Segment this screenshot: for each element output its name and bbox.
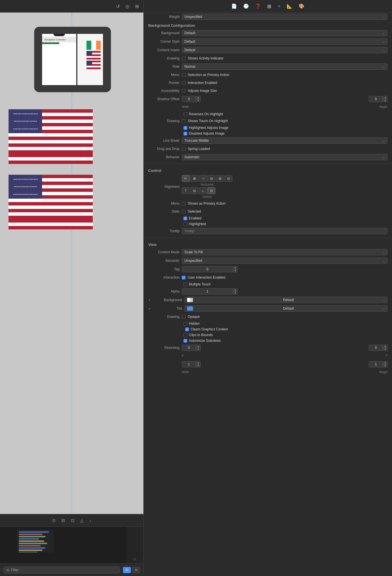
tag-down[interactable]: ▼ <box>233 269 238 272</box>
disabled-adjusts-checkbox[interactable]: ✓ <box>183 132 187 135</box>
semantic-dropdown[interactable]: Unspecified ⌄ <box>182 258 387 264</box>
background-plus-btn[interactable]: + <box>148 298 153 302</box>
target-icon[interactable]: ◎ <box>125 4 129 9</box>
behavior-dropdown[interactable]: Automatic ⌄ <box>182 154 387 160</box>
align-top-btn[interactable]: ⊤ <box>182 187 190 194</box>
selection-primary-checkbox[interactable] <box>182 73 185 77</box>
highlighted-adjusts-checkbox[interactable]: ✓ <box>183 126 187 130</box>
weight-dropdown[interactable]: Unspecified ⌄ <box>182 14 387 20</box>
align-bottom-btn[interactable]: ⊥ <box>199 187 207 194</box>
shadow-y-up[interactable]: ▲ <box>383 96 387 99</box>
reverses-highlight-checkbox[interactable] <box>183 112 187 116</box>
us-flag-2: ★★★★★★ ★★★★★ ★★★★★★ ★★★★★ ★★★★★★ ★★★★★ ★… <box>9 175 93 229</box>
stretch-w-up[interactable]: ▲ <box>196 361 201 364</box>
view-header: View <box>144 240 392 248</box>
drag-drop-row: Drag and Drop Spring Loaded <box>144 145 392 153</box>
tag-row: Tag 0 ▲ ▼ <box>144 265 392 273</box>
role-dropdown[interactable]: Normal ⌄ <box>182 63 387 70</box>
activity-indicator-checkbox[interactable] <box>182 57 185 60</box>
align-fill-v-btn[interactable]: ⊡ <box>207 187 215 194</box>
interaction-enabled-checkbox[interactable] <box>182 81 185 85</box>
shadow-y-down[interactable]: ▼ <box>383 99 387 102</box>
tag-up[interactable]: ▲ <box>233 266 238 269</box>
stretch-w-down[interactable]: ▼ <box>196 364 201 367</box>
inspector-toolbar: 📄 🕐 ❓ ▦ ≡ 📐 🎨 <box>144 0 392 13</box>
stretch-x-value[interactable]: 0 <box>182 345 196 351</box>
shows-primary-action-checkbox[interactable] <box>182 202 185 205</box>
tooltip-input[interactable]: Tooltip <box>182 228 387 234</box>
align-right-btn[interactable]: ⊣ <box>199 175 207 182</box>
alpha-value[interactable]: 1 <box>182 288 233 295</box>
align-fill-h-btn[interactable]: ⊟ <box>207 175 215 182</box>
align-trailing-btn[interactable]: ⊡ <box>224 175 232 182</box>
stretch-h-value[interactable]: 1 <box>369 361 383 367</box>
warning-icon[interactable]: △ <box>80 518 84 523</box>
behavior-row: Behavior Automatic ⌄ <box>144 153 392 161</box>
stretch-x-up[interactable]: ▲ <box>196 345 201 348</box>
size-icon[interactable]: 📐 <box>286 2 294 10</box>
expand-icon[interactable]: ⊡ <box>133 557 136 561</box>
multiple-touch-checkbox[interactable] <box>183 283 187 286</box>
user-interaction-checkbox[interactable]: ✓ <box>182 276 185 279</box>
highlighted-checkbox[interactable] <box>183 222 187 226</box>
enabled-checkbox[interactable]: ✓ <box>183 217 187 220</box>
shadow-x-value[interactable]: 0 <box>182 96 196 102</box>
stretch-y-up[interactable]: ▲ <box>383 345 387 348</box>
attributes-icon[interactable]: ≡ <box>277 3 281 10</box>
target-icon[interactable]: ⊙ <box>52 518 56 523</box>
adjusts-image-size-checkbox[interactable] <box>182 89 185 93</box>
tint-plus-btn[interactable]: + <box>148 306 153 311</box>
theme-icon[interactable]: 🎨 <box>298 2 306 10</box>
history-icon[interactable]: 🕐 <box>242 2 250 10</box>
help-icon[interactable]: ❓ <box>254 2 262 10</box>
align-vcenter-btn[interactable]: ⊟ <box>190 187 198 194</box>
opaque-checkbox[interactable] <box>182 315 185 319</box>
tint-dropdown[interactable]: Default ⌄ <box>184 305 387 312</box>
toggle-list-btn[interactable]: ⊡ <box>123 567 131 573</box>
align-icon[interactable]: ⊟ <box>61 518 65 523</box>
layout-icon[interactable]: ⊞ <box>135 4 139 9</box>
stretch-x-down[interactable]: ▼ <box>196 348 201 351</box>
stretch-w-value[interactable]: 1 <box>182 361 196 367</box>
align-leading-btn[interactable]: ⊞ <box>216 175 224 182</box>
alpha-up[interactable]: ▲ <box>233 288 238 291</box>
shadow-x-up[interactable]: ▲ <box>196 96 201 99</box>
corner-style-dropdown[interactable]: Default ⌄ <box>182 38 387 45</box>
stretch-h-down[interactable]: ▼ <box>383 364 387 367</box>
align-left-btn[interactable]: ⊢ <box>182 175 190 182</box>
bottom-toolbar: ⊙ ⊟ ⊡ △ ↓ <box>0 514 143 526</box>
accessibility-row: Accessibility Adjusts Image Size <box>144 87 392 95</box>
left-panel: ↺ ◎ ⊞ Navigation Controller <box>0 0 143 576</box>
content-insets-dropdown[interactable]: Default ⌄ <box>182 47 387 53</box>
shadow-y-value[interactable]: 0 <box>369 96 383 102</box>
line-break-dropdown[interactable]: Truncate Middle ⌄ <box>182 137 387 144</box>
grid-icon[interactable]: ▦ <box>266 2 273 10</box>
toggle-grid-btn[interactable]: ⊟ <box>132 567 140 573</box>
filter-input[interactable]: ⊙ Filter <box>3 567 120 573</box>
stretch-y-value[interactable]: 0 <box>369 345 383 351</box>
interaction-row: Interaction ✓ User Interaction Enabled <box>144 273 392 281</box>
enabled-label: Enabled <box>189 216 201 220</box>
clears-graphics-checkbox[interactable]: ✓ <box>185 328 189 331</box>
clips-bounds-row: Clips to Bounds <box>144 332 392 338</box>
align-hcenter-btn[interactable]: ⊠ <box>190 175 198 182</box>
spring-loaded-checkbox[interactable] <box>182 147 185 151</box>
selected-checkbox[interactable] <box>182 210 185 213</box>
view-background-dropdown[interactable]: Default ⌄ <box>184 297 387 303</box>
pointer-row: Pointer Interaction Enabled <box>144 79 392 87</box>
shadow-x-down[interactable]: ▼ <box>196 99 201 102</box>
alpha-down[interactable]: ▼ <box>233 291 238 295</box>
shows-touch-checkbox[interactable] <box>182 119 185 123</box>
embed-icon[interactable]: ⊡ <box>71 518 75 523</box>
hidden-checkbox[interactable] <box>183 322 187 326</box>
background-dropdown[interactable]: Default ⌄ <box>182 30 387 36</box>
download-icon[interactable]: ↓ <box>89 518 92 523</box>
content-mode-dropdown[interactable]: Scale To Fill ⌄ <box>182 249 387 255</box>
autoresize-checkbox[interactable]: ✓ <box>183 339 187 343</box>
clips-bounds-checkbox[interactable] <box>183 333 187 337</box>
stretch-h-up[interactable]: ▲ <box>383 361 387 364</box>
undo-icon[interactable]: ↺ <box>116 4 120 9</box>
stretch-y-down[interactable]: ▼ <box>383 348 387 351</box>
file-icon[interactable]: 📄 <box>230 2 238 10</box>
tag-value[interactable]: 0 <box>182 266 233 272</box>
